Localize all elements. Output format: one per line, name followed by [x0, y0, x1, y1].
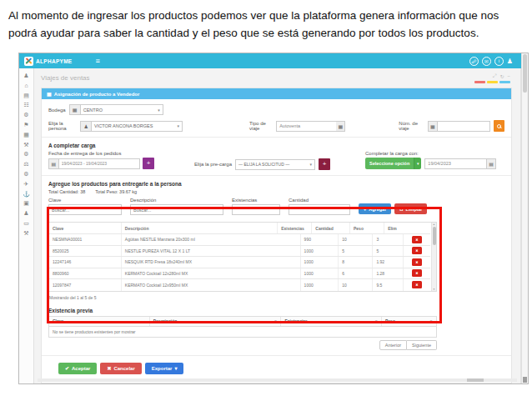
- horizontal-scrollbar[interactable]: [38, 378, 517, 382]
- user-icon: ♟: [80, 121, 91, 132]
- info-icon[interactable]: i: [494, 57, 504, 66]
- filter-input-existencias[interactable]: [232, 204, 280, 215]
- previous-page-button[interactable]: Anterior: [379, 340, 407, 350]
- precarga-select[interactable]: — ELIJA LA SOLICITUD —▾: [235, 159, 315, 170]
- panel-color-bars: [474, 81, 510, 83]
- trash-icon: ✖: [415, 271, 418, 275]
- limpiar-label: Limpiar: [406, 207, 423, 212]
- num-viaje-input[interactable]: [437, 121, 490, 132]
- column-header[interactable]: Existencias⇅: [281, 317, 382, 326]
- caption-text: Al momento de ingresar los productos pod…: [0, 0, 525, 42]
- bodega-select[interactable]: CENTRO▾: [80, 104, 163, 115]
- action-buttons: ✔ Aceptar ✖ Cancelar Exportar ▾: [58, 363, 504, 374]
- cell-elim: ✖: [404, 268, 430, 279]
- agregar-button[interactable]: +Agregar: [359, 203, 391, 214]
- refresh-icon[interactable]: ↻: [499, 73, 504, 79]
- gear-icon[interactable]: ⚙: [23, 171, 28, 177]
- completar-date-input[interactable]: [424, 158, 487, 169]
- persona-select[interactable]: VICTOR ANCONA BORGES▾: [91, 121, 183, 132]
- table-row: 12247146NESQUIK RTD Fresa 18x240ml MX100…: [49, 257, 430, 268]
- filter-field: Clave: [48, 198, 122, 215]
- delete-row-button[interactable]: ✖: [412, 247, 422, 254]
- window-control-icons: ⤢↻−: [493, 73, 510, 79]
- delete-row-button[interactable]: ✖: [412, 281, 422, 288]
- cell-cantidad: 10: [339, 234, 373, 245]
- completar-label: Completar la carga con:: [365, 151, 496, 156]
- column-label: Descripción: [153, 318, 178, 323]
- user-icon[interactable]: ♟: [23, 73, 28, 78]
- delete-row-button[interactable]: ✖: [412, 269, 422, 277]
- tools-icon[interactable]: ⚒: [23, 142, 28, 148]
- scrollbar-thumb[interactable]: [433, 227, 436, 245]
- left-sidebar: ♟⌂▤☷⚙⚑▦⚒⚙⚖⚙✈⚓▣♟▭⚒: [19, 68, 34, 383]
- chevron-down-icon: ▾: [310, 162, 313, 167]
- calendar-icon: ▤: [48, 158, 58, 169]
- expand-icon[interactable]: ⤢: [493, 73, 497, 79]
- cancelar-button[interactable]: ✖ Cancelar: [100, 363, 141, 374]
- flag-icon[interactable]: ⚑: [23, 122, 28, 128]
- carga-section-title: A completar carga: [48, 143, 504, 148]
- cell-elim: ✖: [404, 257, 430, 268]
- limpiar-button[interactable]: ⊔Limpiar: [394, 203, 427, 214]
- productos-section-title: Agregue los productos para entregarle a …: [48, 181, 504, 187]
- add-precarga-button[interactable]: +: [319, 158, 330, 170]
- gear-icon[interactable]: ⚙: [23, 151, 28, 157]
- filter-input-clave[interactable]: [48, 204, 122, 215]
- page-title: Viajes de ventas: [41, 74, 90, 82]
- column-header[interactable]: Descripción⇅: [150, 317, 282, 326]
- box-icon[interactable]: ▣: [23, 200, 29, 206]
- scrollbar-thumb[interactable]: [467, 378, 484, 382]
- aceptar-button[interactable]: ✔ Aceptar: [58, 363, 97, 374]
- delete-row-button[interactable]: ✖: [412, 258, 422, 266]
- column-header: Cantidad: [312, 223, 350, 233]
- search-button[interactable]: [494, 120, 504, 132]
- chevron-down-icon: ▾: [158, 108, 160, 113]
- gear-icon[interactable]: ⚙: [23, 112, 28, 118]
- chat-icon[interactable]: ✉: [482, 57, 491, 66]
- total-peso: Total Peso: 39.67 kg: [95, 189, 137, 194]
- scale-icon[interactable]: ⚖: [23, 161, 28, 167]
- home-icon[interactable]: ⌂: [24, 83, 28, 88]
- scrollbar-corner: [523, 377, 527, 383]
- scroll-down-icon[interactable]: ▾: [434, 288, 435, 291]
- fecha-range-input[interactable]: [58, 158, 140, 169]
- user-icon[interactable]: ♟: [507, 58, 513, 65]
- delete-row-button[interactable]: ✖: [412, 236, 422, 243]
- plane-icon[interactable]: ✈: [24, 181, 29, 187]
- hamburger-menu-icon[interactable]: ≡: [96, 57, 100, 65]
- filter-input-descripción[interactable]: [130, 204, 223, 215]
- grid-icon[interactable]: ▦: [23, 132, 29, 138]
- calendar-icon: ▤: [487, 158, 496, 169]
- truck-icon: ▦: [428, 121, 437, 132]
- filter-input-cantidad[interactable]: [289, 204, 350, 215]
- exportar-button[interactable]: Exportar ▾: [145, 363, 184, 374]
- screen-icon[interactable]: ▭: [23, 220, 29, 226]
- user-icon[interactable]: ♟: [23, 210, 28, 216]
- table-row: NESMNA00001Agüitas NESTLE Manzana 20x300…: [49, 234, 430, 246]
- scrollbar-thumb[interactable]: [523, 54, 527, 93]
- cell-descripcion: NESTLE PUREZA VITAL 12 X 1 LT: [122, 246, 301, 257]
- share-icon[interactable]: ☍: [469, 57, 479, 66]
- scroll-up-icon[interactable]: ▴: [434, 223, 435, 226]
- add-fecha-button[interactable]: +: [143, 158, 154, 169]
- cell-elim: ✖: [404, 279, 430, 291]
- column-label: Existencias: [284, 318, 308, 323]
- tipo-viaje-input[interactable]: [276, 121, 336, 132]
- trash-icon: ✖: [415, 260, 418, 264]
- table-scrollbar[interactable]: ▴ ▾: [431, 223, 436, 291]
- filter-field: Descripción: [130, 198, 223, 215]
- tools-icon[interactable]: ⚒: [23, 230, 28, 236]
- anchor-icon[interactable]: ⚓: [23, 191, 30, 197]
- next-page-button[interactable]: Siguiente: [407, 340, 437, 350]
- column-header[interactable]: Clave▴: [49, 317, 150, 326]
- close-icon: ✖: [107, 365, 111, 371]
- column-header[interactable]: Peso⇅: [382, 317, 436, 326]
- existencia-section-title: Existencia previa: [48, 308, 437, 313]
- chart-icon[interactable]: ☷: [23, 102, 28, 108]
- minimize-icon[interactable]: −: [507, 73, 510, 79]
- seleccione-opcion-button[interactable]: Seleccione opción ▾: [365, 158, 421, 169]
- precarga-label: Elija la pre-carga: [194, 162, 232, 167]
- list-icon[interactable]: ▤: [23, 93, 29, 98]
- table-row: 8520025NESTLE PUREZA VITAL 12 X 1 LT1000…: [49, 246, 430, 258]
- vertical-scrollbar[interactable]: [521, 53, 528, 383]
